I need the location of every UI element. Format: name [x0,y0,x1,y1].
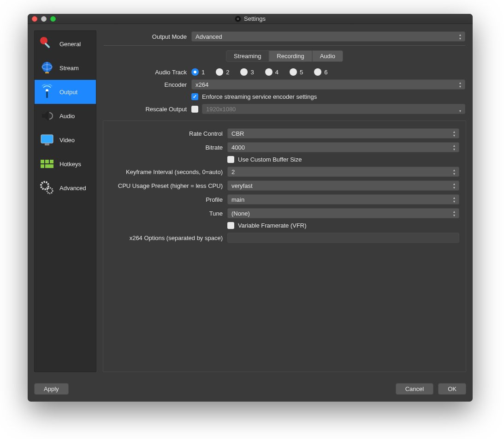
svg-rect-13 [45,164,53,168]
bitrate-input[interactable]: 4000 ▲▼ [227,142,459,152]
sidebar-item-label: Advanced [59,185,86,192]
checkbox-icon [227,156,234,163]
rescale-label: Rescale Output [104,106,191,113]
svg-rect-8 [45,144,49,145]
keyframe-input[interactable]: 2 ▲▼ [227,167,459,177]
chevron-down-icon: ▼ [457,105,463,113]
tune-label: Tune [110,210,227,217]
cpu-preset-label: CPU Usage Preset (higher = less CPU) [110,182,227,189]
enforce-checkbox[interactable]: Enforce streaming service encoder settin… [191,93,317,100]
apply-button[interactable]: Apply [34,383,69,395]
profile-select[interactable]: main ▲▼ [227,194,459,204]
audio-track-1[interactable]: 1 [191,68,205,76]
audio-track-2[interactable]: 2 [216,68,229,76]
sidebar-item-advanced[interactable]: Advanced [35,176,96,200]
svg-rect-6 [46,91,48,98]
window-title: Settings [244,15,266,22]
tune-select[interactable]: (None) ▲▼ [227,208,459,218]
rate-control-label: Rate Control [110,130,227,137]
rescale-select[interactable]: 1920x1080 ▼ [202,104,465,114]
svg-rect-7 [41,135,53,143]
encoder-label: Encoder [104,81,191,88]
checkbox-icon [227,222,234,229]
bitrate-label: Bitrate [110,144,227,151]
speaker-icon [39,108,55,124]
tab-audio[interactable]: Audio [312,50,343,62]
keyboard-icon [39,156,55,172]
main-content: Output Mode Advanced ▲▼ Streaming Record… [103,30,466,372]
checkbox-icon [191,93,198,100]
svg-rect-4 [45,72,49,73]
sidebar-item-label: Stream [59,65,79,72]
radio-icon [290,68,297,76]
sidebar-item-label: Audio [59,113,75,120]
stepper-icon: ▲▼ [451,168,457,175]
custom-buffer-checkbox[interactable]: Use Custom Buffer Size [227,156,302,163]
radio-icon [216,68,223,76]
profile-label: Profile [110,196,227,203]
audio-track-6[interactable]: 6 [314,68,327,76]
vfr-checkbox[interactable]: Variable Framerate (VFR) [227,222,307,229]
globe-icon [39,60,55,76]
audio-track-label: Audio Track [104,69,191,76]
titlebar: Settings [28,14,473,24]
sidebar-item-stream[interactable]: Stream [35,56,96,80]
sidebar-item-label: General [59,41,81,48]
stepper-icon: ▲▼ [451,130,457,137]
sidebar-item-label: Video [59,137,75,144]
cancel-button[interactable]: Cancel [396,383,433,395]
svg-rect-1 [44,42,50,48]
audio-track-5[interactable]: 5 [290,68,303,76]
audio-track-3[interactable]: 3 [240,68,254,76]
rate-control-select[interactable]: CBR ▲▼ [227,128,459,138]
sidebar-item-video[interactable]: Video [35,128,96,152]
dialog-footer: Apply Cancel OK [28,379,473,402]
radio-icon [240,68,248,76]
sidebar-item-label: Hotkeys [59,161,81,168]
output-tabs: Streaming Recording Audio [104,50,465,62]
cpu-preset-select[interactable]: veryfast ▲▼ [227,180,459,191]
x264-options-input[interactable] [227,233,459,243]
stepper-icon: ▲▼ [457,81,463,88]
svg-rect-9 [41,160,44,163]
radio-icon [191,68,199,76]
radio-icon [265,68,273,76]
stepper-icon: ▲▼ [451,144,457,151]
stepper-icon: ▲▼ [451,210,457,217]
sidebar-item-general[interactable]: General [35,32,96,56]
output-mode-label: Output Mode [104,33,191,40]
tab-streaming[interactable]: Streaming [226,50,269,62]
stepper-icon: ▲▼ [457,33,463,40]
settings-window: Settings General Stream Output [28,14,473,402]
svg-rect-11 [50,160,53,163]
tab-recording[interactable]: Recording [269,50,312,62]
stepper-icon: ▲▼ [451,182,457,189]
radio-icon [314,68,321,76]
wrench-icon [39,36,55,52]
sidebar-item-label: Output [59,89,77,96]
svg-point-14 [41,182,48,189]
audio-track-radios: 1 2 3 4 5 6 [191,68,327,76]
sidebar-item-output[interactable]: Output [35,80,96,104]
ok-button[interactable]: OK [438,383,466,395]
svg-rect-12 [41,164,44,168]
rescale-checkbox[interactable] [191,106,198,113]
encoder-settings-panel: Rate Control CBR ▲▼ Bitrate 4000 ▲▼ [103,120,466,372]
settings-sidebar: General Stream Output Audio [34,30,96,372]
x264-options-label: x264 Options (separated by space) [110,235,227,241]
stepper-icon: ▲▼ [451,196,457,203]
sidebar-item-audio[interactable]: Audio [35,104,96,128]
monitor-icon [39,132,55,148]
encoder-select[interactable]: x264 ▲▼ [191,79,465,90]
obs-logo-icon [235,16,241,22]
sidebar-item-hotkeys[interactable]: Hotkeys [35,152,96,176]
svg-rect-10 [45,160,49,163]
gears-icon [39,180,55,196]
output-mode-select[interactable]: Advanced ▲▼ [191,31,465,42]
keyframe-label: Keyframe Interval (seconds, 0=auto) [110,168,227,175]
antenna-icon [39,84,55,100]
separator [104,45,465,46]
audio-track-4[interactable]: 4 [265,68,279,76]
